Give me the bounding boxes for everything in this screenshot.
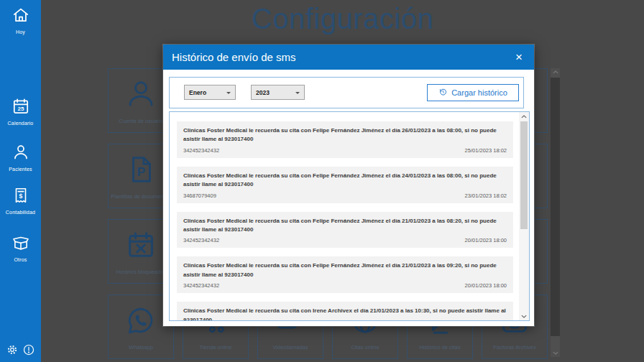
tile-label: Citas online [351,344,379,351]
tile-label: Horarios bloqueados [116,269,165,275]
sms-message-sent-date: 25/01/2023 18:02 [465,147,507,154]
sms-message-item: Clinicas Foster Medical le recuerda su c… [177,212,513,249]
sms-message-text: Clinicas Foster Medical le recuerda su c… [183,217,507,235]
sms-message-sent-date: 20/01/2023 18:00 [465,282,507,289]
year-select[interactable]: 2023 [251,85,305,100]
history-icon [438,88,448,98]
box-icon [12,233,30,255]
calendar-icon: 25 [12,97,30,119]
sms-message-text: Clinicas Foster Medical le recuerda su c… [183,172,507,190]
page-title: Configuración [41,3,644,35]
load-history-button[interactable]: Cargar histórico [427,84,519,101]
sms-message-item: Clinicas Foster Medical le recuerda su c… [177,167,513,203]
scroll-down-icon[interactable] [551,349,560,357]
filter-panel: Enero 2023 Cargar histórico [169,77,524,108]
page-scrollbar[interactable] [551,68,560,357]
tile-label: Cuenta de usuario [119,118,162,124]
tile-label: Histórico de citas [419,344,460,351]
sidebar-item-contabilidad[interactable]: $ Contabilidad [0,186,41,215]
sms-message-list: Clinicas Foster Medical le recuerda su c… [169,111,530,321]
whatsapp-icon [124,295,157,340]
sms-message-phone: 342452342432 [183,147,219,154]
tile-label: Videollamadas [272,344,308,351]
sms-history-dialog: Histórico de envío de sms × Enero 2023 C… [163,45,534,326]
close-icon[interactable]: × [512,50,525,65]
list-scrollbar-thumb[interactable] [520,121,528,229]
scroll-down-icon[interactable] [519,312,529,320]
alert-icon[interactable] [22,343,35,356]
tile-label: Plantillas de documentos [111,193,170,200]
sms-message-item: Clinicas Foster Medical le recuerda su c… [177,256,513,293]
svg-text:P: P [137,164,146,179]
sms-message-item: Clinicas Foster Medical le recuerda su c… [177,121,513,158]
sidebar-item-otros[interactable]: Otros [0,233,41,262]
sms-message-sent-date: 23/01/2023 18:02 [465,192,507,199]
user-icon [12,143,30,164]
sidebar: Hoy 25 Calendario Pacientes $ Contabilid… [0,0,41,362]
dialog-header: Histórico de envío de sms × [163,45,534,70]
scroll-up-icon[interactable] [551,68,560,76]
user-big-icon [124,69,157,113]
document-p-icon: P [124,144,157,189]
sms-message-sent-date: 20/01/2023 18:00 [465,237,507,243]
sidebar-footer [0,343,41,356]
gear-icon[interactable] [6,343,19,356]
load-history-button-label: Cargar histórico [451,88,507,97]
month-select-value: Enero [189,89,206,96]
sms-message-item: Clinicas Foster Medical le recuerda su c… [177,302,513,321]
calendar-x-icon [124,220,157,264]
sidebar-item-hoy[interactable]: Hoy [0,6,41,34]
chevron-down-icon [226,92,231,96]
sidebar-item-calendario[interactable]: 25 Calendario [0,97,41,126]
sms-message-phone: 34687079409 [183,192,216,199]
dialog-title: Histórico de envío de sms [172,51,512,63]
scroll-up-icon[interactable] [519,112,529,121]
svg-text:25: 25 [17,106,24,112]
month-select[interactable]: Enero [184,85,236,100]
sms-message-text: Clinicas Foster Medical le recuerda su c… [183,307,507,321]
sms-message-phone: 342452342432 [183,282,219,289]
list-scrollbar[interactable] [519,112,529,320]
invoice-icon: $ [12,186,30,208]
sms-message-text: Clinicas Foster Medical le recuerda su c… [183,126,507,144]
chevron-down-icon [295,92,300,96]
page-scrollbar-thumb[interactable] [551,78,560,336]
year-select-value: 2023 [256,89,270,96]
tile-label: Whatsapp [129,344,153,351]
tile-label: Tienda online [200,344,232,351]
tile-label: Facturas Archivex [493,344,536,351]
sidebar-item-pacientes[interactable]: Pacientes [0,143,41,172]
sms-message-text: Clinicas Foster Medical le recuerda su c… [183,261,507,279]
svg-text:$: $ [19,192,22,200]
home-icon [12,6,30,27]
sms-message-phone: 342452342432 [183,237,219,243]
